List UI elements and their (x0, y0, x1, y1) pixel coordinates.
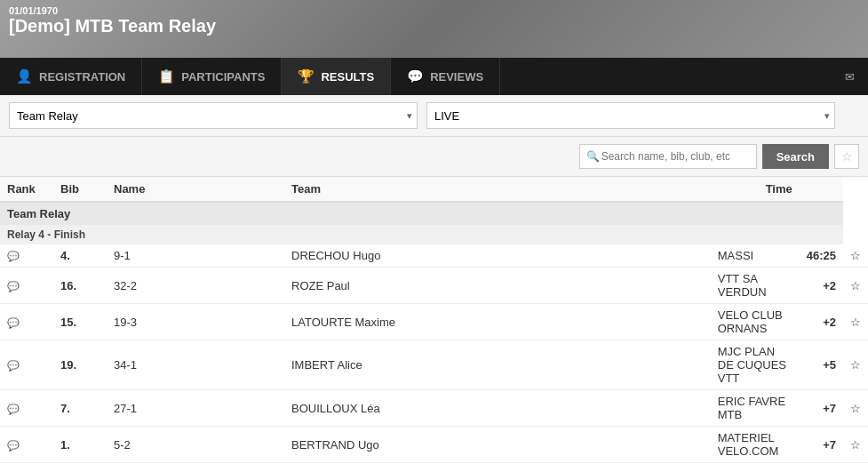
team-cell[interactable]: MJC PLAN DE CUQUES VTT (711, 340, 800, 390)
search-button[interactable]: Search (762, 144, 829, 169)
nav-registration[interactable]: 👤 REGISTRATION (0, 58, 142, 95)
name-cell[interactable]: BERTRAND Ugo (284, 427, 711, 463)
rank-cell: 15. (53, 304, 107, 340)
team-cell[interactable]: VTT SA VERDUN (711, 268, 800, 304)
nav-bar: 👤 REGISTRATION 📋 PARTICIPANTS 🏆 Results … (0, 58, 868, 95)
search-icon: 🔍 (586, 150, 600, 163)
bib-cell: 5-2 (107, 427, 284, 463)
nav-reviews-label: REVIEWS (430, 70, 483, 84)
bib-cell: 27-1 (107, 390, 284, 427)
rank-cell: 19. (53, 340, 107, 390)
favorites-button[interactable]: ☆ (834, 144, 859, 169)
nav-participants-label: PARTICIPANTS (181, 70, 265, 84)
filter-bar: Team Relay LIVE (0, 95, 868, 137)
event-title: [Demo] MTB Team Relay (9, 16, 859, 36)
sub-section-header-relay4: Relay 4 - Finish (0, 225, 868, 244)
category-select[interactable]: Team Relay (9, 102, 418, 129)
star-cell[interactable]: ☆ (843, 304, 868, 340)
nav-participants[interactable]: 📋 PARTICIPANTS (142, 58, 282, 95)
comment-icon: 💬 (7, 440, 20, 451)
section-header-team-relay: Team Relay (0, 202, 868, 225)
comment-icon: 💬 (7, 360, 20, 371)
participants-icon: 📋 (158, 68, 175, 84)
comment-icon-cell[interactable]: 💬 (0, 304, 53, 340)
event-header: 01/01/1970 [Demo] MTB Team Relay (0, 0, 868, 58)
table-row: 💬 7. 27-1 BOUILLOUX Léa ERIC FAVRE MTB +… (0, 390, 868, 427)
name-cell[interactable]: BOUILLOUX Léa (284, 390, 711, 427)
comment-icon-cell[interactable]: 💬 (0, 340, 53, 390)
table-row: 💬 4. 9-1 DRECHOU Hugo MASSI 46:25 ☆ (0, 244, 868, 268)
nav-mail[interactable]: ✉ (832, 58, 868, 95)
name-cell[interactable]: LATOURTE Maxime (284, 304, 711, 340)
name-cell[interactable]: ROZE Paul (284, 268, 711, 304)
rank-cell: 1. (53, 427, 107, 463)
rank-cell: 16. (53, 268, 107, 304)
results-table: Rank Bib Name Team Time Team Relay Relay… (0, 177, 868, 464)
col-time: Time (711, 177, 800, 202)
nav-reviews[interactable]: 💬 REVIEWS (391, 58, 500, 95)
team-cell[interactable]: VELO CLUB ORNANS (711, 304, 800, 340)
name-cell[interactable]: DRECHOU Hugo (284, 244, 711, 268)
mail-icon: ✉ (845, 70, 855, 84)
bib-cell: 19-3 (107, 304, 284, 340)
comment-icon-cell[interactable]: 💬 (0, 268, 53, 304)
col-rank: Rank (0, 177, 53, 202)
nav-results[interactable]: 🏆 Results (282, 58, 391, 95)
col-team: Team (284, 177, 711, 202)
reviews-icon: 💬 (407, 68, 424, 84)
table-row: 💬 15. 19-3 LATOURTE Maxime VELO CLUB ORN… (0, 304, 868, 340)
bib-cell: 32-2 (107, 268, 284, 304)
comment-icon-cell[interactable]: 💬 (0, 244, 53, 268)
status-select-wrapper: LIVE (426, 102, 835, 129)
rank-cell: 7. (53, 390, 107, 427)
star-icon: ☆ (841, 149, 853, 164)
comment-icon: 💬 (7, 404, 20, 414)
comment-icon: 💬 (7, 251, 20, 261)
table-row: 💬 19. 34-1 IMBERT Alice MJC PLAN DE CUQU… (0, 340, 868, 390)
name-cell[interactable]: IMBERT Alice (284, 340, 711, 390)
registration-icon: 👤 (16, 68, 33, 84)
search-bar: 🔍 Search ☆ (0, 137, 868, 177)
star-cell[interactable]: ☆ (843, 427, 868, 463)
star-cell[interactable]: ☆ (843, 268, 868, 304)
nav-results-label: Results (321, 70, 374, 84)
search-input-wrapper: 🔍 (579, 144, 757, 169)
table-row: 💬 1. 5-2 BERTRAND Ugo MATERIEL VELO.COM … (0, 427, 868, 463)
star-cell[interactable]: ☆ (843, 340, 868, 390)
time-cell: 46:25 (800, 244, 843, 268)
time-cell: +2 (800, 268, 843, 304)
team-cell[interactable]: MASSI (711, 244, 800, 268)
table-row: 💬 16. 32-2 ROZE Paul VTT SA VERDUN +2 ☆ (0, 268, 868, 304)
col-bib: Bib (53, 177, 107, 202)
team-cell[interactable]: ERIC FAVRE MTB (711, 390, 800, 427)
nav-registration-label: REGISTRATION (39, 70, 125, 84)
status-select[interactable]: LIVE (426, 102, 835, 129)
comment-icon: 💬 (7, 281, 20, 292)
search-input[interactable] (579, 144, 757, 169)
category-select-wrapper: Team Relay (9, 102, 418, 129)
results-icon: 🏆 (298, 68, 315, 84)
comment-icon-cell[interactable]: 💬 (0, 427, 53, 463)
event-date: 01/01/1970 (9, 5, 859, 16)
star-cell[interactable]: ☆ (843, 390, 868, 427)
bib-cell: 34-1 (107, 340, 284, 390)
col-name: Name (107, 177, 284, 202)
rank-cell: 4. (53, 244, 107, 268)
team-cell[interactable]: MATERIEL VELO.COM (711, 427, 800, 463)
time-cell: +7 (800, 427, 843, 463)
time-cell: +5 (800, 340, 843, 390)
time-cell: +7 (800, 390, 843, 427)
time-cell: +2 (800, 304, 843, 340)
comment-icon-cell[interactable]: 💬 (0, 390, 53, 427)
bib-cell: 9-1 (107, 244, 284, 268)
comment-icon: 💬 (7, 317, 20, 328)
star-cell[interactable]: ☆ (843, 244, 868, 268)
